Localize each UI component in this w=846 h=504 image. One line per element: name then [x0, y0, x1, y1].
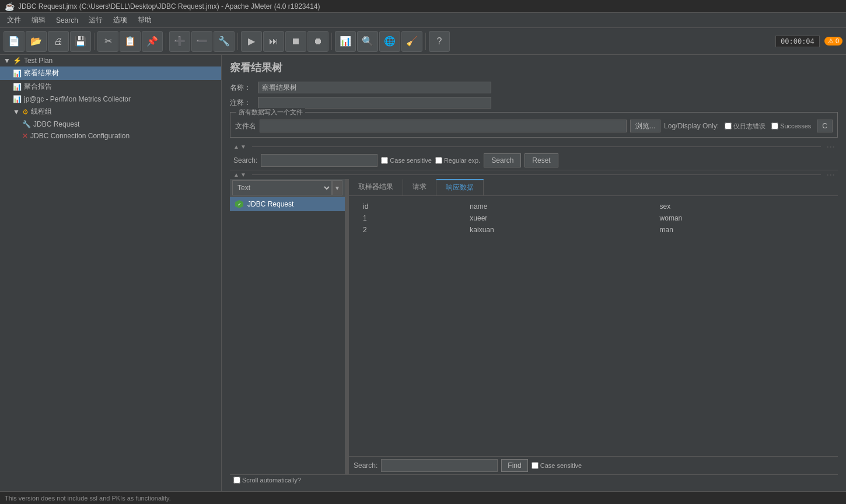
result-item-jdbc[interactable]: ✓ JDBC Request	[230, 197, 345, 211]
listener-icon: 📊	[13, 69, 22, 78]
file-input[interactable]	[260, 120, 627, 132]
split-pane: Text Regexp CSS Selector JSON Path XPath…	[230, 179, 838, 474]
drag-handle-bottom: • • •	[827, 172, 834, 177]
tree-label-jdbc-config: JDBC Connection Configuration	[30, 132, 130, 140]
menu-file[interactable]: 文件	[2, 14, 26, 26]
search-label: Search:	[233, 156, 257, 164]
start-no-pause-button[interactable]: ⏭	[263, 31, 284, 52]
header-id: id	[354, 201, 460, 212]
successes-checkbox[interactable]	[771, 123, 778, 130]
tree-item-thread-group[interactable]: ▼ ⚙ 线程组	[0, 105, 221, 118]
cell-sex-1: woman	[651, 212, 833, 224]
menu-options[interactable]: 选项	[109, 14, 132, 26]
open-button[interactable]: 📂	[26, 31, 47, 52]
type-select[interactable]: Text Regexp CSS Selector JSON Path XPath	[232, 180, 332, 195]
table-row: 2 kaixuan man	[354, 224, 833, 236]
tab-response-data[interactable]: 响应数据	[436, 179, 484, 195]
comment-input[interactable]	[258, 97, 491, 108]
bottom-case-sensitive-checkbox[interactable]	[532, 462, 539, 469]
help-button[interactable]: ?	[429, 31, 450, 52]
thread-icon: ⚙	[22, 108, 29, 116]
tree-item-aggregate[interactable]: 📊 聚合报告	[0, 80, 221, 93]
report-button[interactable]: 📊	[335, 31, 356, 52]
scroll-auto-row: Scroll automatically?	[230, 474, 838, 485]
cell-id-1: 1	[354, 212, 460, 224]
case-sensitive-checkbox[interactable]	[381, 157, 388, 164]
thread-expand-icon: ▼	[13, 108, 20, 116]
search-input[interactable]	[261, 154, 377, 167]
content-area: 察看结果树 名称： 注释： 所有数据写入一个文件 文件名 浏览... L	[222, 55, 846, 491]
menu-search[interactable]: Search	[51, 15, 83, 26]
plan-icon: ⚡	[13, 57, 22, 65]
find-button[interactable]: Find	[501, 459, 527, 472]
stop-button[interactable]: ⏹	[285, 31, 306, 52]
warning-badge: ⚠ 0	[824, 37, 842, 46]
tree-label-result-tree: 察看结果树	[24, 68, 59, 78]
response-panel: 取样器结果 请求 响应数据 id name sex	[349, 179, 838, 474]
tree-item-perfmon[interactable]: 📊 jp@gc - PerfMon Metrics Collector	[0, 93, 221, 105]
scroll-auto-checkbox[interactable]	[233, 477, 240, 484]
name-input[interactable]	[258, 82, 491, 93]
save-button[interactable]: 💾	[70, 31, 91, 52]
menu-help[interactable]: 帮助	[133, 14, 156, 26]
log-options: Log/Display Only: 仅日志错误 Successes C	[664, 120, 833, 132]
tree-label-perfmon: jp@gc - PerfMon Metrics Collector	[24, 95, 131, 103]
success-icon: ✓	[235, 200, 244, 209]
title-bar: ☕ JDBC Request.jmx (C:\Users\DELL\Deskto…	[0, 0, 846, 13]
header-name: name	[460, 201, 650, 212]
tab-request[interactable]: 请求	[403, 179, 436, 195]
copy-button[interactable]: 📋	[120, 31, 141, 52]
table-row: 1 xueer woman	[354, 212, 833, 224]
arrow-up[interactable]: ▲	[233, 144, 239, 150]
separator-2	[166, 33, 166, 50]
regex-checkbox[interactable]	[435, 157, 442, 164]
result-item-label: JDBC Request	[247, 200, 293, 208]
comment-label: 注释：	[230, 98, 253, 108]
remote-button[interactable]: 🌐	[379, 31, 400, 52]
table-header-row: id name sex	[354, 201, 833, 212]
add-button[interactable]: ➕	[169, 31, 190, 52]
configure-button[interactable]: C	[817, 120, 833, 132]
window-title: JDBC Request.jmx (C:\Users\DELL\Desktop\…	[18, 2, 320, 10]
scroll-auto-label: Scroll automatically?	[233, 477, 301, 484]
arrow-down-2[interactable]: ▼	[240, 172, 246, 178]
shutdown-button[interactable]: ⏺	[307, 31, 328, 52]
name-label: 名称：	[230, 83, 253, 93]
page-title: 察看结果树	[230, 61, 838, 75]
arrow-up-2[interactable]: ▲	[233, 172, 239, 178]
clear-button[interactable]: 🧹	[401, 31, 422, 52]
tree-label-jdbc-request: JDBC Request	[33, 120, 79, 128]
remove-button[interactable]: ➖	[191, 31, 212, 52]
reset-button[interactable]: Reset	[525, 153, 558, 167]
tree-item-jdbc-request[interactable]: 🔧 JDBC Request	[0, 118, 221, 130]
tree-item-jdbc-config[interactable]: ✕ JDBC Connection Configuration	[0, 130, 221, 142]
menu-edit[interactable]: 编辑	[27, 14, 50, 26]
toolbar-right: 00:00:04 ⚠ 0	[775, 36, 842, 47]
tree-item-test-plan[interactable]: ▼ ⚡ Test Plan	[0, 55, 221, 66]
new-button[interactable]: 📄	[4, 31, 25, 52]
right-panel: 察看结果树 名称： 注释： 所有数据写入一个文件 文件名 浏览... L	[222, 55, 846, 491]
arrow-down[interactable]: ▼	[240, 144, 246, 150]
file-section-legend: 所有数据写入一个文件	[236, 108, 305, 117]
file-section: 所有数据写入一个文件 文件名 浏览... Log/Display Only: 仅…	[230, 112, 838, 138]
browse-button[interactable]: 浏览...	[630, 120, 660, 132]
search-button[interactable]: Search	[484, 153, 521, 167]
errors-checkbox[interactable]	[725, 123, 732, 130]
report2-button[interactable]: 🔍	[357, 31, 378, 52]
bottom-search-input[interactable]	[381, 459, 498, 472]
print-button[interactable]: 🖨	[48, 31, 69, 52]
cut-button[interactable]: ✂	[97, 31, 118, 52]
menu-run[interactable]: 运行	[84, 14, 107, 26]
log-display-label: Log/Display Only:	[664, 122, 719, 130]
expand-icon: ▼	[4, 57, 11, 65]
tab-sampler-result[interactable]: 取样器结果	[349, 179, 403, 195]
toggle-button[interactable]: 🔧	[214, 31, 235, 52]
tree-item-result-tree[interactable]: 📊 察看结果树	[0, 66, 221, 80]
bottom-search-label: Search:	[354, 461, 377, 470]
paste-button[interactable]: 📌	[142, 31, 163, 52]
start-button[interactable]: ▶	[241, 31, 262, 52]
timer-display: 00:00:04	[775, 36, 820, 47]
dropdown-arrow[interactable]: ▼	[332, 180, 342, 195]
bottom-case-sensitive-label: Case sensitive	[532, 462, 582, 469]
data-table: id name sex 1 xueer woman	[354, 201, 833, 236]
